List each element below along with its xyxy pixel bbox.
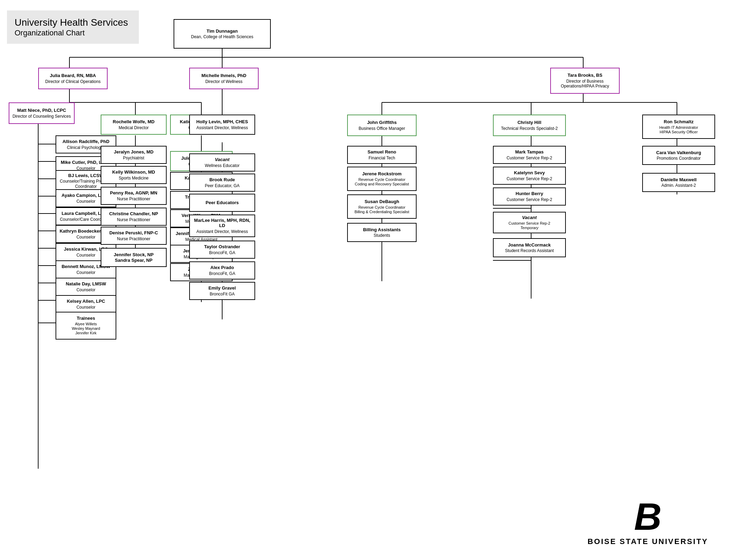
ron-title: Health IT Administrator HIPAA Security O… [659, 125, 698, 134]
sspear-name: Sandra Spear, NP [115, 258, 152, 263]
node-kelsey: Kelsey Allen, LPC Counselor [56, 295, 116, 313]
mark-name: Mark Tampas [515, 149, 544, 155]
katelynn-name: Katelynn Sevy [514, 170, 545, 176]
taylor-name: Taylor Ostrander [204, 244, 240, 250]
katelynn-title: Customer Service Rep-2 [506, 176, 552, 181]
susan-name: Susan DeBaugh [364, 199, 399, 204]
node-marlee: MarLee Harris, MPH, RDN, LD Assistant Di… [189, 215, 255, 237]
billing-title: Students [374, 233, 390, 238]
julia-title: Director of Clinical Operations [45, 79, 100, 84]
bj-name: BJ Lewis, LCSW [68, 173, 104, 178]
bsu-name: BOISE STATE UNIVERSITY [587, 537, 708, 546]
michelle-title: Director of Wellness [205, 79, 242, 84]
matt-title: Director of Counseling Services [12, 114, 71, 119]
tim-title: Dean, College of Health Sciences [191, 34, 253, 39]
samuel-name: Samuel Reno [368, 149, 396, 155]
node-brook: Brook Rude Peer Educator, GA [189, 174, 255, 192]
node-kelly: Kelly Wilkinson, MD Sports Medicine [101, 166, 167, 184]
christine-name: Christine Chandler, NP [109, 211, 158, 217]
bsu-logo: B BOISE STATE UNIVERSITY [587, 498, 708, 546]
kelly-title: Sports Medicine [119, 176, 149, 181]
susan-title: Revenue Cycle Coordinator Billing & Cred… [354, 205, 409, 214]
samuel-title: Financial Tech [369, 156, 395, 160]
tara-name: Tara Brooks, BS [568, 73, 602, 78]
node-susan: Susan DeBaugh Revenue Cycle Coordinator … [347, 194, 417, 219]
node-emily: Emily Gravel BroncoFit GA [189, 282, 255, 300]
node-matt: Matt Niece, PhD, LCPC Director of Counse… [9, 102, 75, 124]
node-tim: Tim Dunnagan Dean, College of Health Sci… [174, 19, 271, 49]
matt-name: Matt Niece, PhD, LCPC [17, 108, 66, 113]
node-michelle: Michelle Ihmels, PhD Director of Wellnes… [189, 68, 259, 89]
rochelle-name: Rochelle Wolfe, MD [113, 119, 154, 125]
mark-title: Customer Service Rep-2 [506, 156, 552, 160]
tim-name: Tim Dunnagan [207, 28, 238, 34]
jessica-title: Counselor [76, 253, 95, 258]
kathryn-title: Counselor [76, 235, 95, 240]
node-christine: Christine Chandler, NP Nurse Practitione… [101, 208, 167, 226]
marlee-name: MarLee Harris, MPH, RDN, LD [193, 218, 252, 228]
natalie-title: Counselor [76, 287, 95, 292]
ayako-title: Counselor [76, 199, 95, 204]
danielle-title: Admin. Assistant-2 [661, 183, 696, 188]
vacant-we-name: Vacant [215, 157, 229, 162]
allison-title: Clinical Psychologist [67, 145, 105, 150]
joanna-name: Joanna McCormack [508, 242, 551, 248]
alex-title: BroncoFit, GA [209, 271, 235, 276]
natalie-name: Natalie Day, LMSW [66, 281, 106, 287]
brook-title: Peer Educator, GA [205, 183, 240, 188]
node-vacant-csr: Vacant Customer Service Rep-2Temporary [493, 212, 566, 233]
node-john: John Griffiths Business Office Manager [347, 115, 417, 136]
christy-name: Christy Hill [518, 120, 542, 125]
cara-title: Promotions Coordinator [657, 156, 701, 161]
page: University Health Services Organizationa… [0, 0, 729, 560]
title-line1: University Health Services [15, 17, 131, 28]
christy-title: Technical Records Specialist-2 [501, 126, 558, 131]
vacant-we-title: Wellness Educator [205, 163, 240, 168]
kelsey-title: Counselor [76, 305, 95, 310]
jerene-name: Jerene Rockstrom [362, 171, 401, 177]
alex-name: Alex Prado [210, 265, 234, 270]
node-christy: Christy Hill Technical Records Specialis… [493, 115, 566, 136]
taylor-title: BroncoFit, GA [209, 250, 235, 255]
danielle-name: Danielle Maxwell [661, 177, 696, 183]
jstock-name: Jennifer Stock, NP [114, 252, 154, 258]
christine-title: Nurse Practitioner [117, 217, 150, 222]
jerene-title: Revenue Cycle Coordinator Coding and Rec… [355, 177, 409, 186]
node-mark: Mark Tampas Customer Service Rep-2 [493, 146, 566, 164]
node-samuel: Samuel Reno Financial Tech [347, 146, 417, 164]
vacant-csr-title: Customer Service Rep-2Temporary [509, 221, 550, 230]
title-line2: Organizational Chart [15, 28, 131, 37]
holly-title: Assistant Director, Wellness [196, 125, 248, 130]
node-jstock-sspear: Jennifer Stock, NP Sandra Spear, NP [101, 248, 167, 267]
denise-title: Nurse Practitioner [117, 236, 150, 241]
trainees-name: Trainees [77, 316, 95, 321]
jeralyn-title: Psychiatrist [123, 156, 144, 160]
node-julia: Julia Beard, RN, MBA Director of Clinica… [38, 68, 108, 89]
john-name: John Griffiths [367, 120, 396, 125]
bennett-title: Counselor [76, 270, 95, 275]
node-hunter: Hunter Berry Customer Service Rep-2 [493, 187, 566, 206]
node-tara: Tara Brooks, BS Director of Business Ope… [550, 68, 620, 94]
node-natalie: Natalie Day, LMSW Counselor [56, 278, 116, 296]
node-cara: Cara Van Valkenburg Promotions Coordinat… [642, 146, 715, 165]
ron-name: Ron Schmaltz [664, 119, 694, 125]
john-title: Business Office Manager [359, 126, 405, 131]
trainees-title: Alyee Willets Wesley Maynard Jennifer Ki… [72, 322, 100, 336]
node-taylor: Taylor Ostrander BroncoFit, GA [189, 241, 255, 259]
node-rochelle: Rochelle Wolfe, MD Medical Director [101, 115, 167, 135]
bsu-b-letter: B [587, 498, 708, 536]
rochelle-title: Medical Director [119, 125, 149, 130]
node-alex: Alex Prado BroncoFit, GA [189, 261, 255, 279]
hunter-title: Customer Service Rep-2 [506, 197, 552, 202]
joanna-title: Student Records Assistant [505, 248, 554, 253]
hunter-name: Hunter Berry [516, 191, 543, 197]
tara-title: Director of Business Operations/HIPAA Pr… [554, 79, 616, 89]
node-holly: Holly Levin, MPH, CHES Assistant Directo… [189, 115, 255, 135]
node-denise: Denise Peruski, FNP-C Nurse Practitioner [101, 227, 167, 245]
brook-name: Brook Rude [209, 177, 235, 183]
peer-ed-name: Peer Educators [206, 200, 238, 206]
node-danielle: Danielle Maxwell Admin. Assistant-2 [642, 173, 715, 192]
node-billing: Billing Assistants Students [347, 223, 417, 242]
vacant-csr-name: Vacant [522, 215, 537, 220]
michelle-name: Michelle Ihmels, PhD [201, 73, 246, 78]
